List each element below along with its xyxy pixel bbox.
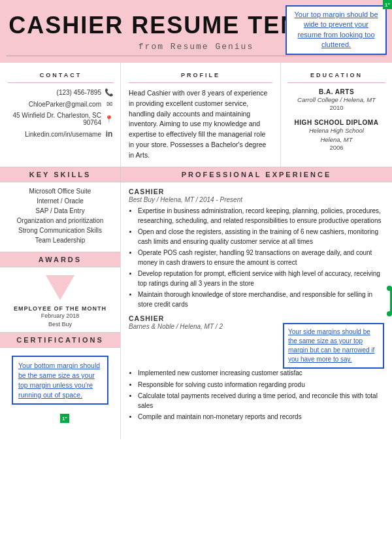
email-text: ChloeParker@gmail.com <box>29 101 101 108</box>
linkedin-text: Linkedin.com/in/username <box>25 131 101 138</box>
top-margin-callout: Your top margin should be wide to preven… <box>286 5 387 55</box>
profile-label: PROFILE <box>129 69 272 83</box>
key-skills-bar: KEY SKILLS <box>0 167 121 182</box>
skill-6: Team Leadership <box>7 237 114 244</box>
skill-1: Microsoft Office Suite <box>7 188 114 195</box>
education-label: EDUCATION <box>287 69 385 83</box>
section-bar-row: KEY SKILLS PROFESSIONAL EXPERIENCE <box>0 167 392 182</box>
side-margin-callout: Your side margins should be the same siz… <box>283 323 384 369</box>
phone-icon: 📞 <box>105 88 114 97</box>
award-company: Best Buy <box>7 320 114 329</box>
resume-header: CASHIER RESUME TEMPLATE from Resume Geni… <box>0 0 392 63</box>
profile-text: Head Cashier with over 8 years of experi… <box>129 88 272 160</box>
skill-5: Strong Communication Skills <box>7 227 114 234</box>
job-2-meta: Barnes & Noble / Helena, MT / 2 <box>129 323 280 330</box>
location-icon: 📍 <box>105 115 114 124</box>
contact-address: 45 Winfield Dr. Charleston, SC 90764 📍 <box>8 112 114 126</box>
bullet-2-2: Responsible for solving custo informatio… <box>138 380 384 390</box>
certifications-section: Your bottom margin should be the same si… <box>0 348 120 412</box>
contact-column: CONTACT (123) 456-7895 📞 ChloeParker@gma… <box>0 63 121 167</box>
bullet-1-1: Expertise in business administration, re… <box>138 207 384 226</box>
email-icon: ✉ <box>105 100 114 109</box>
edu-year-1: 2010 <box>287 104 385 111</box>
bullet-2-4: Compile and maintain non-monetary report… <box>138 412 384 422</box>
bottom-indicator-area: 1" <box>0 412 120 423</box>
job-1-meta: Best Buy / Helena, MT / 2014 - Present <box>129 196 384 203</box>
contact-phone: (123) 456-7895 📞 <box>8 88 114 97</box>
job-2-header-row: Barnes & Noble / Helena, MT / 2 Your sid… <box>129 323 384 369</box>
job-1: CASHIER Best Buy / Helena, MT / 2014 - P… <box>129 188 384 309</box>
awards-triangle-icon <box>46 275 74 300</box>
bottom-margin-callout: Your bottom margin should be the same si… <box>12 356 108 405</box>
job-1-title: CASHIER <box>129 188 384 195</box>
bullet-1-5: Maintain thorough knowledge of store mer… <box>138 290 384 309</box>
skill-2: Internet / Oracle <box>7 197 114 205</box>
certifications-bar: CERTIFICATIONS <box>0 332 120 348</box>
experience-bar: PROFESSIONAL EXPERIENCE <box>121 167 392 182</box>
bullet-2-1: Implemented new customer increasing cust… <box>138 369 384 378</box>
job-1-bullets: Expertise in business administration, re… <box>129 207 384 309</box>
edu-location-2: Helena, MT <box>287 135 385 144</box>
three-column-section: CONTACT (123) 456-7895 📞 ChloeParker@gma… <box>0 63 392 167</box>
skill-3: SAP / Data Entry <box>7 207 114 214</box>
experience-section: CASHIER Best Buy / Helena, MT / 2014 - P… <box>121 182 392 433</box>
bullet-2-3: Calculate total payments received during… <box>138 392 384 411</box>
phone-text: (123) 456-7895 <box>57 89 101 96</box>
contact-linkedin: Linkedin.com/in/username in <box>8 129 114 139</box>
linkedin-icon: in <box>105 129 114 139</box>
two-column-section: Microsoft Office Suite Internet / Oracle… <box>0 182 392 439</box>
edu-degree-2: HIGH SCHOOL DIPLOMA <box>287 119 385 126</box>
bullet-1-2: Open and close the registers, assisting … <box>138 227 384 246</box>
edu-entry-1: B.A. ARTS Carroll College / Helena, MT 2… <box>287 88 385 111</box>
bullet-1-4: Develop reputation for prompt, efficient… <box>138 269 384 288</box>
award-name: EMPLOYEE OF THE MONTH <box>7 305 114 312</box>
bottom-callout-text: Your bottom margin should be the same si… <box>18 362 100 398</box>
corner-indicator-bottom: 1" <box>60 414 69 423</box>
side-callout-text: Your side margins should be the same siz… <box>288 328 374 363</box>
job-2-title: CASHIER <box>129 314 384 322</box>
job-2: CASHIER Barnes & Noble / Helena, MT / 2 … <box>129 314 384 422</box>
address-text: 45 Winfield Dr. Charleston, SC 90764 <box>8 112 101 126</box>
edu-school-1: Carroll College / Helena, MT <box>287 95 385 104</box>
job-2-bullets: Implemented new customer increasing cust… <box>129 369 384 422</box>
edu-year-2: 2006 <box>287 144 385 151</box>
skill-4: Organization and prioritization <box>7 217 114 224</box>
edu-entry-2: HIGH SCHOOL DIPLOMA Helena High School H… <box>287 119 385 151</box>
edu-school-2: Helena High School <box>287 126 385 135</box>
skills-section: Microsoft Office Suite Internet / Oracle… <box>0 182 120 252</box>
corner-indicator-top-right: 1" <box>383 0 392 9</box>
profile-column: PROFILE Head Cashier with over 8 years o… <box>121 63 281 167</box>
education-column: EDUCATION B.A. ARTS Carroll College / He… <box>281 63 392 167</box>
awards-bar: AWARDS <box>0 252 120 267</box>
right-column: CASHIER Best Buy / Helena, MT / 2014 - P… <box>121 182 392 439</box>
award-date: February 2018 <box>7 312 114 320</box>
left-column: Microsoft Office Suite Internet / Oracle… <box>0 182 121 439</box>
callout-text: Your top margin should be wide to preven… <box>294 10 378 48</box>
contact-label: CONTACT <box>8 69 114 83</box>
bullet-1-3: Operate POS cash register, handling 92 t… <box>138 248 384 267</box>
awards-section: EMPLOYEE OF THE MONTH February 2018 Best… <box>0 267 120 332</box>
contact-email: ChloeParker@gmail.com ✉ <box>8 100 114 109</box>
edu-degree-1: B.A. ARTS <box>287 88 385 95</box>
